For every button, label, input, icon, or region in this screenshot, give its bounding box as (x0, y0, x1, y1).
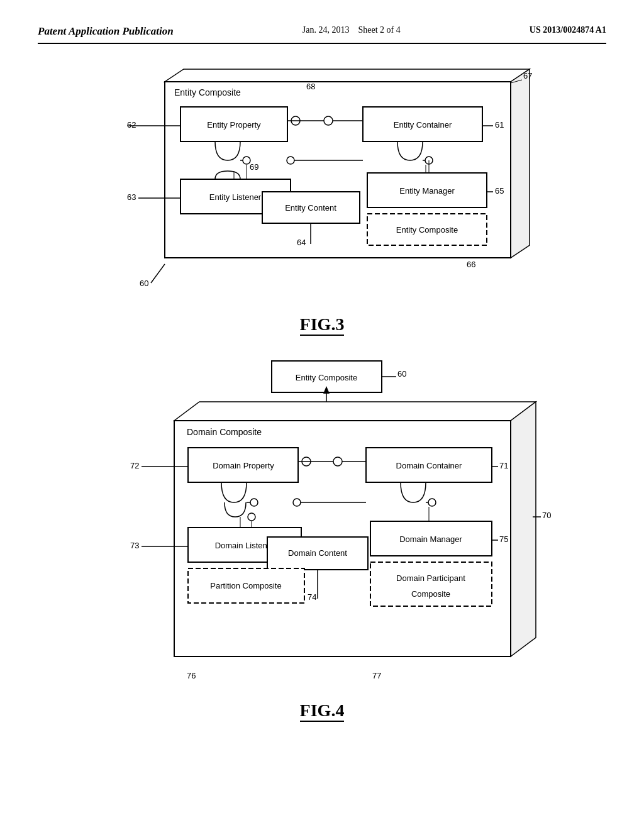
fig4-label-text: FIG.4 (300, 700, 345, 722)
page-header: Patent Application Publication Jan. 24, … (38, 25, 606, 44)
fig4-label-74: 74 (308, 592, 316, 602)
fig3-entity-content: Entity Content (285, 203, 336, 213)
fig3-label-64: 64 (297, 238, 306, 247)
fig3-label-60: 60 (140, 279, 148, 288)
fig3-label: FIG.3 (300, 314, 345, 336)
fig3-entity-composite-label: Entity Composite (174, 87, 241, 97)
svg-point-52 (428, 499, 436, 506)
svg-point-46 (333, 457, 342, 466)
fig4-domain-participant-line2: Composite (411, 589, 450, 599)
fig4-label: FIG.4 (300, 700, 345, 722)
svg-marker-1 (511, 69, 530, 258)
fig4-entity-composite-top: Entity Composite (296, 373, 357, 382)
page: Patent Application Publication Jan. 24, … (0, 0, 644, 830)
fig3-label-62: 62 (127, 120, 136, 130)
fig4-label-75: 75 (499, 534, 508, 544)
fig4-label-76: 76 (187, 671, 196, 680)
svg-point-31 (287, 157, 294, 164)
svg-rect-61 (370, 562, 492, 606)
svg-marker-0 (165, 69, 530, 82)
fig3-label-text: FIG.3 (300, 314, 345, 336)
fig4-diagram: Entity Composite 60 Domain Composite 70 (38, 355, 606, 722)
svg-marker-37 (174, 402, 536, 421)
fig4-label-71: 71 (499, 461, 508, 470)
header-publication-type: Patent Application Publication (38, 25, 174, 38)
fig4-domain-composite-label: Domain Composite (187, 427, 262, 437)
fig3-entity-composite-dashed: Entity Composite (396, 225, 458, 235)
fig3-label-63: 63 (127, 192, 136, 202)
fig4-domain-property: Domain Property (213, 461, 274, 470)
fig3-entity-listener: Entity Listener (209, 192, 262, 202)
svg-point-49 (250, 499, 258, 506)
svg-line-25 (151, 264, 165, 283)
fig4-domain-container: Domain Container (396, 461, 462, 470)
fig3-label-68: 68 (306, 82, 315, 91)
fig4-partition-composite-dashed: Partition Composite (210, 581, 281, 590)
fig3-label-66: 66 (467, 260, 475, 269)
fig3-entity-container: Entity Container (394, 120, 452, 130)
fig3-label-61: 61 (495, 120, 504, 130)
fig4-domain-listener: Domain Listener (215, 541, 275, 550)
fig4-label-72: 72 (130, 461, 139, 470)
svg-point-66 (293, 499, 301, 506)
fig3-label-69: 69 (250, 162, 258, 172)
header-patent-number: US 2013/0024874 A1 (530, 25, 606, 35)
svg-point-51 (248, 513, 255, 521)
fig4-svg: Entity Composite 60 Domain Composite 70 (64, 355, 580, 726)
fig3-diagram: Entity Composite 67 68 Entity Property 6… (38, 63, 606, 336)
fig4-label-77: 77 (372, 671, 381, 680)
fig3-label-65: 65 (495, 186, 504, 196)
fig4-domain-manager: Domain Manager (399, 534, 462, 544)
fig3-label-67: 67 (523, 71, 532, 80)
fig3-entity-manager: Entity Manager (399, 186, 455, 196)
svg-marker-38 (511, 402, 536, 656)
fig4-domain-content: Domain Content (288, 548, 347, 558)
fig3-svg: Entity Composite 67 68 Entity Property 6… (64, 63, 580, 314)
fig3-entity-property: Entity Property (207, 120, 261, 130)
fig4-label-70: 70 (542, 511, 551, 520)
fig4-label-73: 73 (130, 541, 139, 550)
svg-point-11 (324, 116, 333, 125)
fig4-label-60: 60 (397, 369, 406, 379)
fig4-domain-participant-line1: Domain Participant (396, 573, 465, 583)
header-date-sheet: Jan. 24, 2013 Sheet 2 of 4 (303, 25, 401, 35)
